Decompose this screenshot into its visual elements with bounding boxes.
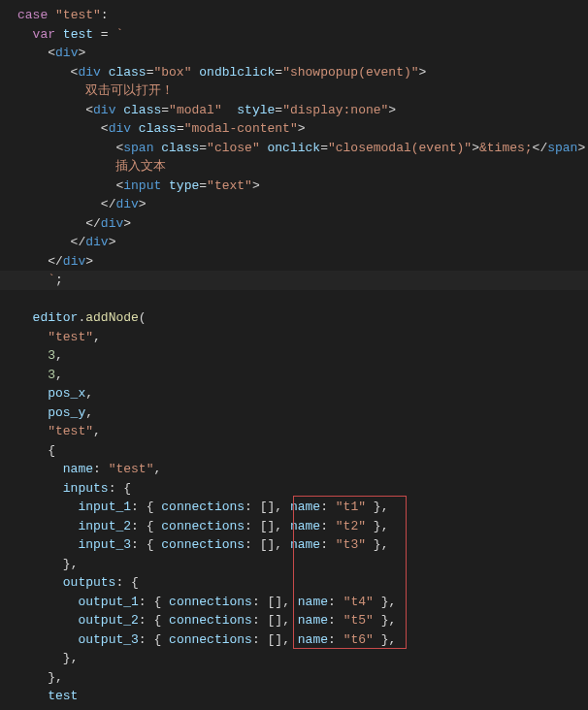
code-line: input_1: { connections: [], name: "t1" }… bbox=[0, 498, 588, 517]
code-line: <div> bbox=[0, 44, 588, 63]
code-line: <span class="close" onclick="closemodal(… bbox=[0, 139, 588, 158]
code-line: name: "test", bbox=[0, 460, 588, 479]
code-line: var test = ` bbox=[0, 25, 588, 45]
code-line: }, bbox=[0, 555, 588, 574]
code-line: outputs: { bbox=[0, 573, 588, 593]
code-line: }, bbox=[0, 649, 588, 668]
code-line bbox=[0, 290, 588, 309]
code-line: </div> bbox=[0, 214, 588, 234]
code-line: input_3: { connections: [], name: "t3" }… bbox=[0, 535, 588, 555]
code-line: </div> bbox=[0, 195, 588, 214]
code-line: </div> bbox=[0, 252, 588, 272]
code-line: editor.addNode( bbox=[0, 308, 588, 328]
code-line: `; bbox=[0, 271, 588, 290]
code-line: { bbox=[0, 441, 588, 461]
code-editor[interactable]: case "test": var test = ` <div> <div cla… bbox=[0, 0, 588, 710]
code-line: input_2: { connections: [], name: "t2" }… bbox=[0, 517, 588, 536]
code-line: pos_y, bbox=[0, 403, 588, 423]
code-line: case "test": bbox=[0, 6, 588, 25]
code-line: 插入文本 bbox=[0, 157, 588, 177]
code-line: output_3: { connections: [], name: "t6" … bbox=[0, 630, 588, 650]
code-line: ); bbox=[0, 706, 588, 711]
code-line: }, bbox=[0, 668, 588, 688]
code-line: <input type="text"> bbox=[0, 177, 588, 196]
code-line: "test", bbox=[0, 328, 588, 347]
code-line: output_2: { connections: [], name: "t5" … bbox=[0, 611, 588, 630]
code-line: <div class="modal" style="display:none"> bbox=[0, 101, 588, 120]
code-line: output_1: { connections: [], name: "t4" … bbox=[0, 593, 588, 612]
code-line: </div> bbox=[0, 233, 588, 252]
code-line: pos_x, bbox=[0, 384, 588, 403]
code-line: 3, bbox=[0, 346, 588, 366]
code-line: inputs: { bbox=[0, 479, 588, 499]
code-line: test bbox=[0, 687, 588, 706]
code-line: "test", bbox=[0, 422, 588, 441]
code-line: 双击可以打开！ bbox=[0, 81, 588, 101]
code-line: <div class="modal-content"> bbox=[0, 119, 588, 139]
code-line: <div class="box" ondblclick="showpopup(e… bbox=[0, 63, 588, 82]
code-line: 3, bbox=[0, 366, 588, 385]
